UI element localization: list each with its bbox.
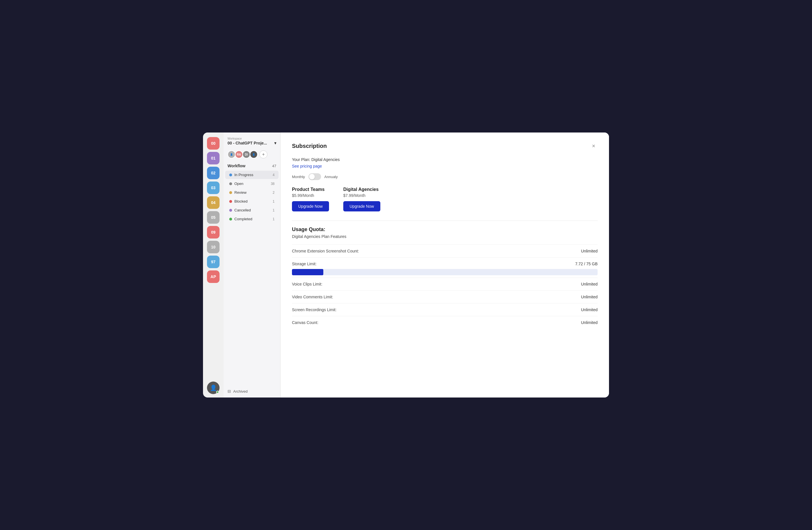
item-name-completed: Completed (234, 217, 273, 221)
plan-product-teams: Product Teams $5.99/Month Upgrade Now (292, 187, 332, 211)
usage-plan-label: Digital Agencies Plan Features (292, 234, 598, 239)
plan-name-2: Digital Agencies (343, 187, 383, 192)
workspace-name: 00 - ChatGPT Proje... ▾ (228, 141, 276, 145)
usage-label-video: Video Comments Limit: (292, 295, 333, 299)
pricing-grid: Product Teams $5.99/Month Upgrade Now Di… (292, 187, 598, 211)
status-dot-open (229, 182, 232, 185)
icon-rail-item-02[interactable]: 02 (207, 167, 219, 179)
usage-value-video: Unlimited (581, 295, 598, 299)
item-count-cancelled: 1 (273, 208, 275, 212)
usage-row-voice: Voice Clips Limit: Unlimited (292, 278, 598, 290)
item-count-blocked: 1 (273, 200, 275, 204)
plan-price-2: $7.99/Month (343, 193, 383, 198)
avatar-4: 👤 (250, 150, 258, 159)
icon-rail-item-04[interactable]: 04 (207, 196, 219, 209)
item-count-review: 2 (273, 191, 275, 195)
usage-value-screenshot: Unlimited (581, 249, 598, 253)
usage-row-canvas: Canvas Count: Unlimited (292, 316, 598, 329)
workspace-label: Workspace (228, 137, 276, 140)
icon-rail-item-05[interactable]: 05 (207, 211, 219, 224)
modal-overlay: Subscription × Your Plan: Digital Agenci… (280, 132, 609, 398)
usage-value-canvas: Unlimited (581, 320, 598, 325)
toggle-annually-label: Annualy (324, 175, 338, 179)
pricing-page-link[interactable]: See pricing page (292, 164, 322, 168)
plan-price-1: $5.99/Month (292, 193, 332, 198)
storage-header: Storage Limit: 7.72 / 75 GB (292, 262, 598, 266)
workflow-sidebar: Workspace 00 - ChatGPT Proje... ▾ 👤 RA D… (223, 132, 280, 398)
upgrade-btn-digital-agencies[interactable]: Upgrade Now (343, 201, 380, 211)
usage-label-screenshot: Chrome Extension Screenshot Count: (292, 249, 359, 253)
icon-rail: 000102030405091097AP 👤 (203, 132, 223, 398)
storage-progress-fill (292, 269, 323, 275)
workflow-item-completed[interactable]: Completed 1 (225, 215, 278, 223)
icon-rail-item-10[interactable]: 10 (207, 241, 219, 253)
usage-row-screen: Screen Recordings Limit: Unlimited (292, 303, 598, 316)
modal-header: Subscription × (292, 142, 598, 150)
user-avatar[interactable]: 👤 (207, 382, 219, 394)
close-button[interactable]: × (590, 142, 598, 150)
status-dot-inprogress (229, 174, 232, 176)
item-count-inprogress: 4 (273, 173, 275, 177)
toggle-monthly-label: Monthly (292, 175, 305, 179)
item-name-blocked: Blocked (234, 199, 273, 204)
workflow-item-blocked[interactable]: Blocked 1 (225, 197, 278, 205)
archived-row[interactable]: ⊟ Archived (223, 385, 280, 398)
screen-wrapper: 000102030405091097AP 👤 Workspace 00 - Ch… (203, 132, 609, 398)
status-dot-blocked (229, 200, 232, 203)
status-dot-completed (229, 218, 232, 221)
item-name-review: Review (234, 190, 273, 195)
workspace-header: Workspace 00 - ChatGPT Proje... ▾ (223, 132, 280, 148)
icon-rail-item-97[interactable]: 97 (207, 255, 219, 268)
add-member-button[interactable]: + (259, 150, 267, 159)
storage-progress-bg (292, 269, 598, 275)
workflow-title: Workflow (228, 164, 246, 168)
icon-rail-item-AP[interactable]: AP (207, 270, 219, 283)
item-count-completed: 1 (273, 217, 275, 221)
icon-rail-item-03[interactable]: 03 (207, 181, 219, 194)
plan-name-1: Product Teams (292, 187, 332, 192)
item-name-open: Open (234, 181, 271, 186)
status-dot-review (229, 191, 232, 194)
usage-value-screen: Unlimited (581, 307, 598, 312)
item-name-inprogress: In Progress (234, 173, 273, 177)
archive-icon: ⊟ (228, 389, 231, 394)
usage-quota-title: Usage Quota: (292, 226, 598, 233)
avatar-3: DI (242, 150, 250, 159)
section-header: Workflow 47 (223, 161, 280, 171)
toggle-thumb (309, 174, 315, 179)
workflow-count: 47 (272, 164, 276, 168)
avatar-2: RA (235, 150, 243, 159)
billing-toggle[interactable] (308, 173, 321, 180)
item-count-open: 38 (271, 182, 275, 186)
workflow-item-review[interactable]: Review 2 (225, 188, 278, 196)
usage-value-voice: Unlimited (581, 282, 598, 286)
avatar-row: 👤 RA DI 👤 + (223, 148, 280, 161)
icon-rail-item-00[interactable]: 00 (207, 137, 219, 150)
item-name-cancelled: Cancelled (234, 208, 273, 212)
main-area: Subscription × Your Plan: Digital Agenci… (280, 132, 609, 398)
upgrade-btn-product-teams[interactable]: Upgrade Now (292, 201, 329, 211)
archived-label: Archived (233, 389, 248, 394)
usage-label-screen: Screen Recordings Limit: (292, 307, 336, 312)
toggle-row: Monthly Annualy (292, 173, 598, 180)
plan-label: Your Plan: Digital Agencies (292, 157, 598, 162)
plan-digital-agencies: Digital Agencies $7.99/Month Upgrade Now (343, 187, 383, 211)
storage-row: Storage Limit: 7.72 / 75 GB (292, 257, 598, 278)
usage-row-video: Video Comments Limit: Unlimited (292, 290, 598, 303)
usage-row-screenshot: Chrome Extension Screenshot Count: Unlim… (292, 245, 598, 257)
icon-rail-item-09[interactable]: 09 (207, 226, 219, 238)
subscription-modal: Subscription × Your Plan: Digital Agenci… (280, 132, 609, 398)
icon-rail-item-01[interactable]: 01 (207, 152, 219, 164)
modal-title: Subscription (292, 143, 327, 149)
workflow-item-cancelled[interactable]: Cancelled 1 (225, 206, 278, 214)
section-divider (292, 221, 598, 221)
storage-label: Storage Limit: (292, 262, 317, 266)
avatar-1: 👤 (228, 150, 235, 159)
status-dot-cancelled (229, 209, 232, 212)
usage-label-voice: Voice Clips Limit: (292, 282, 322, 286)
workflow-item-open[interactable]: Open 38 (225, 179, 278, 188)
workflow-item-inprogress[interactable]: In Progress 4 (225, 171, 278, 179)
storage-value: 7.72 / 75 GB (575, 262, 598, 266)
usage-label-canvas: Canvas Count: (292, 320, 318, 325)
